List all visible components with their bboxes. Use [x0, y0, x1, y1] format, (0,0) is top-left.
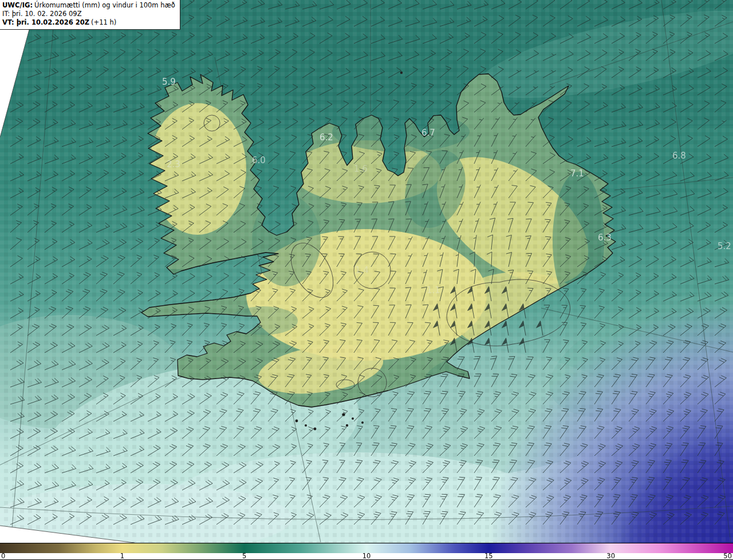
colorbar-tick-label: 0	[1, 553, 5, 559]
precip-value-label: 1.1	[427, 285, 440, 295]
title-box: UWC/IG:Úrkomumætti (mm) og vindur i 100m…	[0, 0, 180, 30]
colorbar-ticks: 01510153050	[0, 553, 733, 560]
colorbar-tick-label: 15	[484, 553, 493, 559]
precip-value-label: 5.2	[718, 241, 731, 251]
colorbar-tick-label: 30	[606, 553, 615, 559]
precip-value-label: 6.2	[320, 132, 333, 143]
weather-map-frame: 5.96.26.76.02.37.16.86.35.21.61.41.1 UWC…	[0, 0, 733, 560]
colorbar: 01510153050	[0, 543, 733, 560]
colorbar-tick-label: 50	[723, 553, 732, 559]
precip-value-label: 7.1	[570, 168, 584, 179]
precip-value-label: 5.9	[162, 77, 176, 87]
init-time-text: IT: þri. 10. 02. 2026 09Z	[2, 10, 82, 18]
precip-value-label: 6.0	[252, 155, 266, 165]
precip-value-label: 1.4	[355, 265, 369, 275]
weather-map: 5.96.26.76.02.37.16.86.35.21.61.41.1	[0, 0, 733, 543]
model-id-label: UWC/IG:	[2, 1, 33, 9]
valid-time-label: VT: þri. 10.02.2026 20Z	[2, 18, 89, 26]
title-text: Úrkomumætti (mm) og vindur i 100m hæð	[34, 1, 175, 9]
colorbar-tick-label: 5	[242, 553, 246, 559]
title-line-2: IT: þri. 10. 02. 2026 09Z	[2, 10, 175, 18]
precip-value-label: 6.7	[421, 128, 435, 138]
title-line-3: VT: þri. 10.02.2026 20Z(+11 h)	[2, 18, 175, 27]
precip-value-label: 2.3	[167, 159, 180, 169]
precip-value-label: 1.6	[354, 164, 368, 174]
colorbar-tick-label: 1	[120, 553, 124, 559]
precip-value-label: 6.3	[598, 232, 612, 243]
colorbar-tick-label: 10	[362, 553, 371, 559]
precip-value-label: 6.8	[672, 151, 686, 161]
forecast-offset-text: (+11 h)	[91, 18, 116, 26]
title-line-1: UWC/IG:Úrkomumætti (mm) og vindur i 100m…	[2, 1, 175, 10]
